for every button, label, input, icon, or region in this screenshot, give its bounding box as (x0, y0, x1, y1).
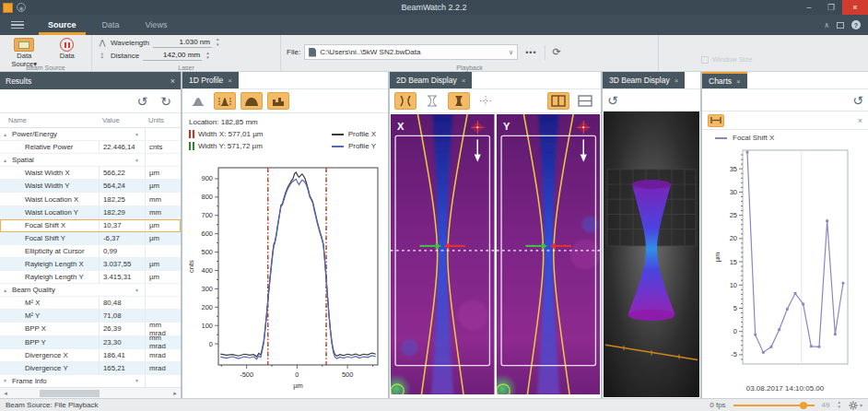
reset-chart-icon[interactable]: ↺ (852, 94, 863, 107)
chevron-down-icon[interactable]: ▼ (135, 158, 139, 163)
svg-text:100: 100 (201, 322, 213, 330)
results-row[interactable]: Relative Power22.446,14cnts (0, 141, 181, 154)
reset-icon[interactable]: ↻ (160, 95, 171, 108)
frame-stepper[interactable]: ▲▼ (838, 401, 841, 410)
data-pause-button[interactable]: Data (49, 37, 87, 61)
results-row[interactable]: Focal Shift X10,37µm (0, 219, 181, 232)
chart-x-axis-label: 03.08.2017 14:10:05.00 (702, 384, 868, 398)
column-value[interactable]: Value (99, 116, 145, 124)
hourglass-solid-icon[interactable] (448, 92, 470, 110)
chevron-down-icon[interactable]: ▼ (135, 132, 139, 137)
row-units: µm (145, 180, 179, 192)
distance-stepper[interactable]: ▲▼ (205, 52, 209, 61)
results-group-row[interactable]: ▼Frame Info▼ (0, 375, 181, 387)
undo-icon[interactable]: ↺ (137, 95, 148, 108)
hourglass-outline-icon[interactable] (421, 92, 443, 110)
results-group-row[interactable]: ▲Spatial▼ (0, 154, 181, 167)
charts-toolbar: ↺ (702, 89, 868, 112)
tab-data[interactable]: Data (89, 15, 133, 35)
results-horizontal-scrollbar[interactable]: ◂ ▸ (0, 387, 181, 398)
fit-width-icon[interactable] (708, 114, 724, 127)
column-name[interactable]: Name (0, 116, 99, 124)
tab-close-icon[interactable]: × (736, 77, 741, 86)
tab-close-icon[interactable]: × (674, 76, 679, 85)
scrollbar-thumb[interactable] (40, 390, 100, 397)
results-row[interactable]: Divergence X186,41mrad (0, 349, 181, 362)
expand-icon[interactable]: ▲ (3, 132, 9, 137)
results-row[interactable]: BPP Y23,30mm mrad (0, 336, 181, 349)
settings-button[interactable]: ▾ (849, 401, 862, 410)
file-path-field[interactable]: C:\Users\ni..\5kW SN2.bwData ∨ (304, 44, 518, 60)
profile-peak-lines-icon[interactable] (214, 92, 236, 110)
wavelength-field[interactable]: 1.030 nm (153, 38, 212, 48)
scroll-left-icon[interactable]: ◂ (0, 390, 11, 397)
ribbon-collapse-icon[interactable]: ∧ (824, 21, 829, 29)
playback-slider[interactable] (733, 401, 815, 410)
restore-button[interactable]: ❐ (820, 0, 842, 15)
menu-button[interactable] (0, 15, 35, 35)
expand-icon[interactable]: ▲ (3, 288, 9, 293)
expand-icon[interactable]: ▲ (3, 158, 9, 163)
profile-dome-icon[interactable] (240, 92, 263, 110)
close-button[interactable]: × (842, 0, 868, 15)
minimize-button[interactable]: – (798, 0, 820, 15)
chevron-down-icon[interactable]: ▼ (135, 378, 139, 383)
results-close-icon[interactable]: × (170, 76, 175, 86)
window-layout-icon[interactable] (837, 22, 844, 29)
distance-field[interactable]: 142,00 mm (143, 51, 202, 61)
results-header[interactable]: Results × (0, 72, 181, 89)
split-horizontal-icon[interactable] (574, 92, 596, 110)
svg-text:0: 0 (733, 327, 737, 335)
svg-text:15: 15 (730, 258, 737, 266)
row-units (145, 297, 179, 309)
beam-3d-view[interactable] (603, 112, 700, 398)
focal-shift-chart[interactable]: -505101520253035µm (702, 146, 868, 384)
results-row[interactable]: Waist Location Y182,29mm (0, 206, 181, 219)
results-row[interactable]: Divergence Y165,21mrad (0, 362, 181, 375)
beam-3d-scene (604, 112, 699, 397)
expand-icon[interactable]: ▼ (3, 378, 9, 383)
reset-view-icon[interactable]: ↺ (607, 94, 618, 107)
chart-close-icon[interactable]: × (858, 116, 862, 125)
crosshair-dotted-icon[interactable] (475, 92, 497, 110)
data-source-icon (14, 38, 34, 52)
tab-1d-profile[interactable]: 1D Profile × (182, 72, 239, 88)
svg-text:400: 400 (201, 266, 213, 275)
wavelength-stepper[interactable]: ▲▼ (216, 38, 219, 47)
beam-view-x[interactable]: X (391, 114, 495, 394)
results-row[interactable]: Ellipticity at Cursor0,99 (0, 245, 181, 258)
tab-2d-beam-display[interactable]: 2D Beam Display × (390, 72, 472, 88)
results-row[interactable]: Waist Width X566,22µm (0, 167, 181, 180)
profile-chart[interactable]: 0100200300400500600700800900-5000500cnts… (182, 153, 388, 398)
tab-source[interactable]: Source (35, 15, 89, 35)
results-group-row[interactable]: ▲Power/Energy▼ (0, 128, 181, 141)
split-vertical-icon[interactable] (547, 92, 569, 110)
chevron-down-icon[interactable]: ▼ (135, 288, 139, 293)
caustic-lines-icon[interactable] (394, 92, 416, 110)
reload-icon[interactable]: ⟳ (549, 46, 565, 58)
svg-text:800: 800 (201, 193, 213, 201)
slider-handle[interactable] (800, 402, 807, 409)
results-group-row[interactable]: ▲Beam Quality▼ (0, 284, 181, 297)
results-row[interactable]: Focal Shift Y-6,37µm (0, 232, 181, 245)
tab-charts[interactable]: Charts × (702, 72, 747, 88)
beam-view-y[interactable]: Y (497, 114, 601, 394)
results-row[interactable]: Waist Location X182,25mm (0, 193, 181, 206)
profile-histogram-icon[interactable] (267, 92, 289, 110)
column-units[interactable]: Units (145, 116, 179, 124)
tab-views[interactable]: Views (133, 15, 181, 35)
help-icon[interactable]: ? (851, 20, 861, 29)
tab-3d-beam-display[interactable]: 3D Beam Display × (603, 72, 685, 88)
svg-text:µm: µm (713, 252, 721, 263)
file-dropdown-icon[interactable]: ∨ (509, 49, 513, 56)
profile-gaussian-icon[interactable] (187, 92, 209, 110)
results-row[interactable]: Rayleigh Length X3.037,55µm (0, 258, 181, 271)
results-row[interactable]: M² X80,48 (0, 297, 181, 310)
tab-close-icon[interactable]: × (228, 76, 232, 85)
scroll-right-icon[interactable]: ▸ (170, 390, 181, 397)
results-row[interactable]: Waist Width Y564,24µm (0, 180, 181, 193)
tab-close-icon[interactable]: × (462, 76, 466, 85)
focal-chart-svg: -505101520253035µm (711, 146, 859, 370)
browse-button[interactable]: ••• (522, 48, 540, 57)
results-row[interactable]: Rayleigh Length Y3.415,31µm (0, 271, 181, 284)
